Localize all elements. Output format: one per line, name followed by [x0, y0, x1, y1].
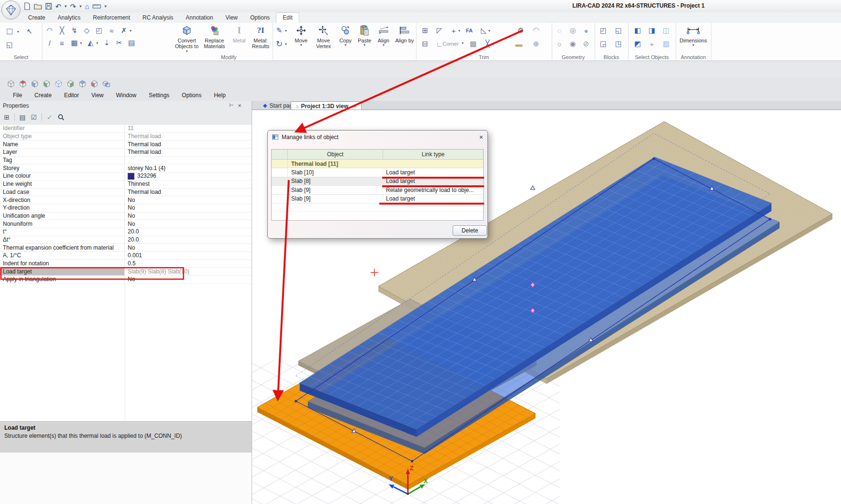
block-add-icon[interactable]: ◱ [613, 25, 624, 36]
link-object-cell[interactable]: Slab [9] [288, 195, 383, 203]
row-selector-cell[interactable] [272, 195, 288, 203]
project-home-icon[interactable]: ⌂ [85, 3, 89, 10]
measure-pen-icon[interactable]: ✎ [274, 25, 285, 36]
property-value[interactable]: storey No.1 (4) [125, 164, 252, 172]
link-type-cell[interactable]: Relate geometrically load to obje... [383, 186, 480, 194]
fillet-arc-icon[interactable]: ◠ [44, 25, 55, 36]
link-row[interactable]: Slab [9] Relate geometrically load to ob… [272, 186, 483, 194]
property-value[interactable]: 20.0 [125, 236, 252, 244]
property-row[interactable]: Apply in triangulation No [0, 276, 252, 284]
delete-objects-icon[interactable]: ✗ [118, 25, 130, 36]
block-remove-icon[interactable]: ◳ [613, 38, 624, 50]
rotate-dropdown-icon[interactable]: ▾ [285, 42, 287, 46]
circles-overlap-icon[interactable]: ◎ [567, 25, 578, 36]
property-value[interactable]: Thermal load [125, 133, 252, 141]
property-row[interactable]: Load target Slab(9) Slab(8) Slab(10) [0, 268, 252, 276]
save-icon[interactable] [45, 3, 52, 10]
link-type-cell[interactable]: Load target [383, 168, 480, 176]
block-edit-icon[interactable]: ◲ [598, 38, 609, 50]
compass-icon[interactable]: ⊕ [530, 38, 542, 50]
ruler-icon[interactable] [92, 4, 101, 9]
close-icon[interactable]: × [238, 102, 242, 109]
link-object-cell[interactable]: Slab [9] [288, 186, 383, 194]
link-type-cell[interactable]: Load target [383, 195, 480, 203]
view-cube-icon-7[interactable] [77, 79, 88, 89]
property-value[interactable]: 0.001 [125, 252, 252, 260]
view-cube-icon-1[interactable] [6, 79, 16, 89]
link-row[interactable]: Slab [9] Load target [272, 195, 483, 203]
ribbon-tab[interactable]: Create [22, 13, 51, 23]
undo-dropdown-icon[interactable]: ▾ [65, 4, 67, 9]
new-document-icon[interactable] [24, 2, 30, 10]
property-value[interactable]: 323296 [125, 172, 252, 180]
trim-dropdown-icon[interactable]: ▾ [492, 42, 494, 46]
property-row[interactable]: Layer Thermal load [0, 149, 252, 157]
scissors-icon[interactable]: ✂ [113, 37, 125, 49]
dialog-close-icon[interactable]: × [479, 133, 483, 141]
property-row[interactable]: Identifier 11 [0, 125, 252, 133]
mirror-icon[interactable]: ◭ [85, 37, 96, 49]
align-button[interactable]: Align ▾ [375, 24, 393, 57]
select-above-icon[interactable]: ◧ [632, 25, 643, 36]
smooth-curves-icon[interactable]: ≈ [106, 25, 117, 36]
menu-item[interactable]: View [85, 91, 110, 100]
rename-objects-icon[interactable]: FA [464, 25, 475, 36]
property-row[interactable]: Line colour 323296 [0, 172, 252, 181]
pin-icon[interactable]: ⊥ [228, 103, 234, 108]
checklist-view-icon[interactable]: ☑ [28, 112, 40, 122]
align-by-button[interactable]: Align by [394, 24, 415, 57]
convert-objects-button[interactable]: Convert Objects to ▾ [173, 24, 200, 57]
ellipse-filled-icon[interactable]: ● [580, 25, 592, 36]
mirror-dropdown-icon[interactable]: ▾ [96, 41, 98, 45]
property-value[interactable]: 0.5 [125, 260, 252, 268]
undo-icon[interactable]: ↶ [55, 3, 61, 10]
trim-cross-icon[interactable]: ╳ [482, 38, 493, 50]
property-value[interactable]: Thermal load [125, 149, 252, 156]
move-button[interactable]: Move ▾ [292, 24, 311, 57]
reshape-icon[interactable]: ↯ [69, 25, 80, 36]
property-row[interactable]: Δt° 20.0 [0, 236, 252, 244]
array-dropdown-icon[interactable]: ▾ [80, 41, 82, 45]
ellipse-dashed-icon[interactable]: ◌ [554, 25, 565, 36]
link-object-cell[interactable]: Slab [10] [288, 168, 383, 176]
property-row[interactable]: Indent for notation 0.5 [0, 260, 252, 268]
view-cube-icon-4[interactable] [41, 79, 52, 89]
row-selector-cell[interactable] [272, 186, 288, 194]
property-value[interactable]: No [125, 244, 252, 252]
dialog-titlebar[interactable]: Manage links of object × [268, 131, 487, 143]
arc-segment-icon[interactable]: ◠ [530, 25, 542, 36]
ribbon-tab[interactable]: Analytics [51, 13, 87, 23]
property-value[interactable]: No [125, 212, 252, 220]
view-cube-icon-6[interactable] [65, 79, 76, 89]
select-cube-icon[interactable]: □ [4, 26, 15, 37]
toolbar-options-dropdown-icon[interactable]: ▾ [104, 4, 107, 9]
delete-dropdown-icon[interactable]: ▾ [130, 29, 132, 33]
ellipse-outline-icon[interactable]: ○ [554, 38, 565, 50]
intersect-trim-icon[interactable]: ╳ [56, 25, 68, 36]
hatch-region-icon[interactable]: ▩ [467, 38, 479, 50]
ribbon-tab[interactable]: Options [244, 13, 276, 23]
property-value[interactable]: Thinnest [125, 181, 252, 188]
trim-settings-gear-icon[interactable]: ⚙ [515, 25, 527, 36]
property-row[interactable]: Tag [0, 157, 252, 165]
properties-table-icon[interactable]: ▤ [126, 37, 137, 49]
ribbon-tab[interactable]: Annotation [180, 13, 219, 23]
view-cube-icon-3[interactable] [30, 79, 40, 89]
property-value[interactable]: Thermal load [125, 141, 252, 148]
dimensions-button[interactable]: Dimensions ▾ [679, 24, 708, 57]
offset-contour-icon[interactable]: ◇ [81, 25, 92, 36]
replace-materials-button[interactable]: Replace Materials [201, 24, 228, 57]
property-value[interactable]: No [125, 276, 252, 283]
cross-extend-icon[interactable]: + [448, 25, 459, 36]
slab-bed-icon[interactable]: ▬ [513, 38, 525, 50]
select-above-below-icon[interactable]: ◨ [646, 25, 658, 36]
property-value[interactable]: 20.0 [125, 228, 252, 236]
property-row[interactable]: Nonuniform No [0, 220, 252, 228]
property-row[interactable]: Unification angle No [0, 212, 252, 221]
menu-item[interactable]: Settings [142, 91, 175, 100]
property-row[interactable]: Name Thermal load [0, 141, 252, 149]
property-value[interactable]: Slab(9) Slab(8) Slab(10) [125, 268, 252, 275]
link-object-cell[interactable]: Slab [8] [288, 177, 383, 185]
apply-check-icon[interactable]: ✓ [44, 112, 55, 122]
view-cube-icon-5[interactable] [53, 79, 64, 89]
